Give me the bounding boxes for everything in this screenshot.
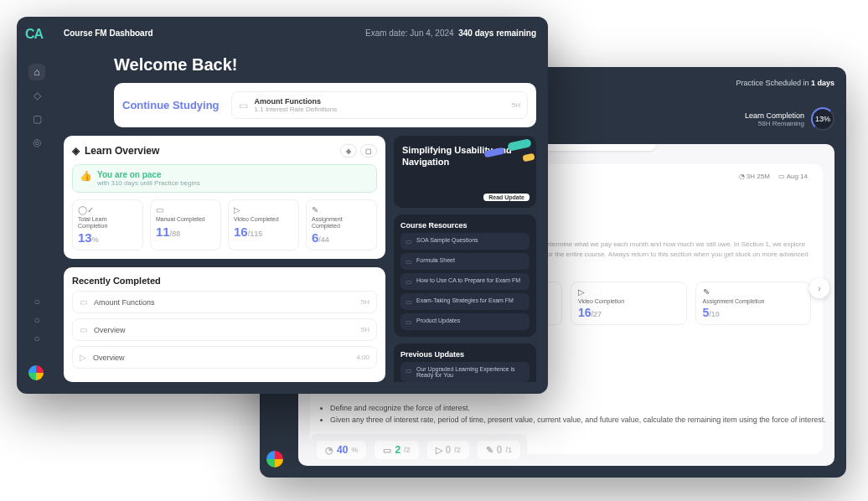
completion-remaining: 58H Remaining [745, 120, 804, 127]
nav-location-icon[interactable]: ◇ [28, 87, 45, 104]
prog-manual: ▭2/2 [375, 441, 418, 459]
read-update-button[interactable]: Read Update [483, 194, 530, 201]
prog-assignment: ✎0/1 [478, 441, 520, 459]
resource-item[interactable]: ▭SOA Sample Questions [400, 233, 530, 250]
previous-updates-panel: Previous Updates ▭Our Upgraded Learning … [394, 343, 536, 382]
recent-item[interactable]: ▷Overview4:00 [72, 346, 377, 369]
doc-icon: ▭ [406, 258, 412, 266]
stat-total-completion: ◯✓ Total Learn Completion 13% [72, 199, 143, 250]
front-topbar: Course FM Dashboard Exam date: Jun 4, 20… [64, 28, 536, 38]
brand-logo: CA [25, 27, 43, 42]
page-title: Course FM Dashboard [64, 28, 153, 38]
recent-item[interactable]: ▭Overview5H [72, 318, 377, 341]
stat-assignment: ✎ Assignment Completion 5/10 [695, 281, 812, 325]
nav-board-icon[interactable]: ▢ [28, 111, 45, 127]
continue-module-sub: 1.1 Interest Rate Definitions [255, 106, 338, 113]
calendar-icon: ▭ Aug 14 [778, 173, 808, 180]
learn-overview-title: Learn Overview [85, 145, 159, 157]
pace-title: You are on pace [97, 170, 200, 179]
update-item[interactable]: ▭Our Upgraded Learning Experience is Rea… [400, 362, 530, 382]
resource-item[interactable]: ▭How to Use CA to Prepare for Exam FM [400, 273, 530, 290]
clock-icon: ◔ [325, 445, 333, 456]
nav-home-icon[interactable]: ⌂ [28, 64, 45, 80]
play-icon: ▷ [436, 445, 442, 456]
pace-subtitle: with 310 days until Practice begins [97, 179, 200, 187]
resources-title: Course Resources [400, 221, 530, 230]
doc-icon: ▭ [406, 367, 412, 374]
tab-6[interactable]: 6 [611, 144, 631, 147]
nav-graph-icon[interactable]: ◎ [28, 134, 45, 151]
book-icon: ▭ [80, 297, 87, 307]
exam-countdown: Exam date: Jun 4, 2024 340 days remainin… [365, 28, 536, 38]
updates-title: Previous Updates [400, 350, 530, 359]
update-hero-card[interactable]: Simplifying Usability and Navigation Rea… [394, 136, 536, 208]
schedule-label: Practice Scheduled in [736, 79, 809, 87]
learn-completion-widget: Learn Completion 58H Remaining 13% [745, 106, 834, 132]
clock-icon: ◔ 3H 25M [739, 173, 770, 180]
stat-manual: ▭ Manual Completed 11/88 [150, 199, 221, 250]
play-icon: ▷ [578, 287, 679, 297]
learn-stats-row: ◯✓ Total Learn Completion 13% ▭ Manual C… [72, 199, 377, 250]
section-meta: ◔ 3H 25M ▭ Aug 14 [739, 173, 808, 180]
front-window: CA ⌂ ◇ ▢ ◎ ○ ○ ○ Course FM Dashboard Exa… [17, 17, 548, 394]
check-circle-icon: ◯✓ [78, 205, 137, 214]
continue-module-row[interactable]: ▭ Amount Functions 1.1 Interest Rate Def… [231, 91, 528, 119]
pencil-icon: ✎ [703, 287, 804, 297]
recently-completed-card: Recently Completed ▭Amount Functions5H ▭… [64, 267, 385, 382]
doc-icon: ▭ [406, 318, 412, 326]
tab-5[interactable]: 5 [589, 144, 609, 147]
play-icon: ▷ [234, 205, 293, 214]
resource-item[interactable]: ▭Formula Sheet [400, 253, 530, 270]
pencil-icon: ✎ [486, 445, 493, 456]
front-content: Welcome Back! Continue Studying ▭ Amount… [64, 50, 536, 382]
completion-pct-ring: 13% [811, 107, 834, 131]
stat-video: ▷ Video Completed 16/115 [228, 199, 299, 250]
stat-video: ▷ Video Completion 16/27 [571, 281, 687, 325]
book-icon: ▭ [156, 205, 215, 214]
welcome-heading: Welcome Back! [114, 55, 536, 75]
course-resources-panel: Course Resources ▭SOA Sample Questions ▭… [394, 214, 536, 337]
continue-module-name: Amount Functions [255, 97, 338, 106]
continue-duration: 5H [512, 101, 520, 109]
schedule-days: 1 days [811, 79, 834, 87]
resource-item[interactable]: ▭Exam-Taking Strategies for Exam FM [400, 293, 530, 310]
objective-item: Define and recognize the force of intere… [330, 403, 826, 415]
doc-icon: ▭ [406, 298, 412, 306]
objective-item: Given any three of interest rate, period… [330, 415, 826, 426]
stat-assignment: ✎ Assignment Completed 6/44 [306, 199, 377, 250]
prog-video: ▷0/2 [427, 441, 469, 459]
doc-icon: ▭ [406, 278, 412, 286]
learn-action-pin[interactable]: ◈ [340, 144, 357, 158]
decor-shape [522, 153, 535, 163]
nav-help-icon[interactable]: ○ [28, 293, 45, 310]
recent-title: Recently Completed [72, 276, 377, 286]
avatar-icon[interactable] [28, 365, 44, 380]
schedule-indicator: Practice Scheduled in 1 days [736, 79, 834, 87]
learn-overview-card: ◈ Learn Overview ◈ ▢ 👍 You are on pace w… [64, 136, 385, 259]
resource-item[interactable]: ▭Product Updates [400, 313, 530, 330]
nav-settings-icon[interactable]: ○ [28, 312, 45, 328]
pencil-icon: ✎ [312, 205, 371, 214]
recent-item[interactable]: ▭Amount Functions5H [72, 291, 377, 313]
location-pin-icon: ◈ [72, 145, 80, 157]
book-icon: ▭ [383, 445, 391, 456]
continue-studying-card[interactable]: Continue Studying ▭ Amount Functions 1.1… [114, 83, 536, 127]
prog-completion: ◔40% [317, 441, 366, 459]
continue-title: Continue Studying [122, 99, 220, 111]
back-lower-panel: Define and recognize the force of intere… [310, 403, 826, 466]
book-icon: ▭ [80, 325, 87, 334]
tab-3[interactable]: 3 [545, 144, 566, 147]
logo-icon [266, 451, 283, 467]
front-sidebar: CA ⌂ ◇ ▢ ◎ ○ ○ ○ [17, 17, 57, 394]
completion-label: Learn Completion [745, 111, 804, 120]
tab-next[interactable]: › [633, 144, 653, 147]
pace-banner: 👍 You are on pace with 310 days until Pr… [72, 164, 377, 193]
nav-misc-icon[interactable]: ○ [28, 330, 45, 347]
next-section-arrow[interactable]: › [809, 278, 829, 298]
tab-4[interactable]: 4 [567, 144, 587, 147]
thumbs-up-icon: 👍 [80, 170, 92, 182]
play-icon: ▷ [80, 353, 86, 362]
learn-action-expand[interactable]: ▢ [360, 144, 377, 158]
doc-icon: ▭ [406, 238, 412, 245]
book-icon: ▭ [239, 100, 248, 111]
